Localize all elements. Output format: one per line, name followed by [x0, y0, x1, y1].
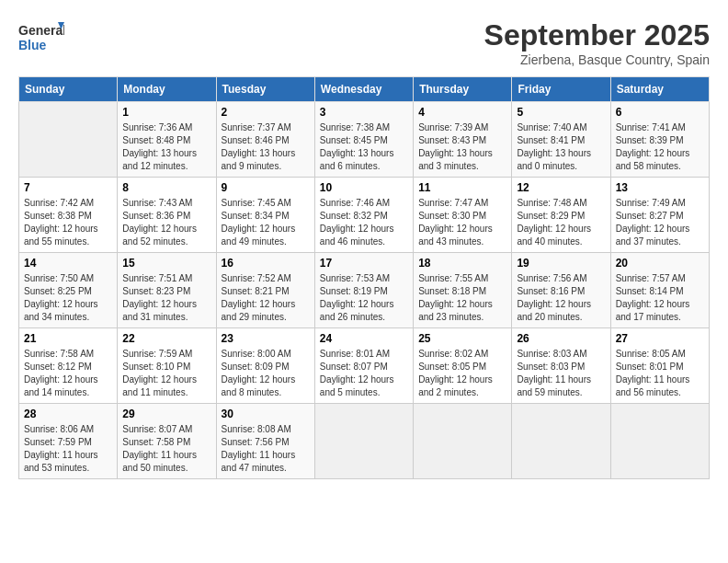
day-number: 23: [222, 332, 310, 345]
cell-info: Sunrise: 7:51 AM Sunset: 8:23 PM Dayligh…: [122, 272, 210, 324]
day-cell: 20 Sunrise: 7:57 AM Sunset: 8:14 PM Dayl…: [610, 253, 709, 328]
cell-info: Sunrise: 7:40 AM Sunset: 8:41 PM Dayligh…: [517, 121, 605, 173]
svg-text:Blue: Blue: [18, 38, 47, 52]
day-cell: 3 Sunrise: 7:38 AM Sunset: 8:45 PM Dayli…: [314, 102, 413, 178]
day-cell: 10 Sunrise: 7:46 AM Sunset: 8:32 PM Dayl…: [314, 178, 413, 253]
logo-svg: General Blue: [18, 18, 64, 60]
day-cell: 15 Sunrise: 7:51 AM Sunset: 8:23 PM Dayl…: [118, 253, 216, 328]
cell-info: Sunrise: 7:37 AM Sunset: 8:46 PM Dayligh…: [222, 121, 310, 173]
day-number: 4: [418, 106, 506, 119]
day-cell: 30 Sunrise: 8:08 AM Sunset: 7:56 PM Dayl…: [216, 404, 314, 479]
day-cell: [610, 404, 709, 479]
cell-info: Sunrise: 8:05 AM Sunset: 8:01 PM Dayligh…: [616, 348, 704, 399]
location: Zierbena, Basque Country, Spain: [484, 52, 710, 67]
day-cell: 17 Sunrise: 7:53 AM Sunset: 8:19 PM Dayl…: [314, 253, 413, 328]
cell-info: Sunrise: 7:46 AM Sunset: 8:32 PM Dayligh…: [320, 197, 408, 248]
weekday-header-tuesday: Tuesday: [216, 77, 314, 102]
page-header: General Blue September 2025 Zierbena, Ba…: [18, 18, 710, 67]
day-cell: 8 Sunrise: 7:43 AM Sunset: 8:36 PM Dayli…: [118, 178, 216, 253]
day-cell: 26 Sunrise: 8:03 AM Sunset: 8:03 PM Dayl…: [512, 328, 610, 404]
day-cell: 23 Sunrise: 8:00 AM Sunset: 8:09 PM Dayl…: [216, 328, 314, 404]
day-number: 29: [122, 408, 210, 420]
day-cell: 6 Sunrise: 7:41 AM Sunset: 8:39 PM Dayli…: [610, 102, 709, 178]
day-number: 3: [320, 106, 408, 119]
cell-info: Sunrise: 7:52 AM Sunset: 8:21 PM Dayligh…: [222, 272, 310, 324]
day-cell: [512, 404, 610, 479]
weekday-header-monday: Monday: [118, 77, 216, 102]
cell-info: Sunrise: 7:42 AM Sunset: 8:38 PM Dayligh…: [24, 197, 112, 248]
day-number: 30: [222, 408, 310, 420]
cell-info: Sunrise: 7:53 AM Sunset: 8:19 PM Dayligh…: [320, 272, 408, 324]
day-number: 15: [122, 257, 210, 270]
day-number: 22: [122, 332, 210, 345]
weekday-header-sunday: Sunday: [19, 77, 118, 102]
day-cell: 29 Sunrise: 8:07 AM Sunset: 7:58 PM Dayl…: [118, 404, 216, 479]
day-number: 27: [616, 332, 704, 345]
cell-info: Sunrise: 7:41 AM Sunset: 8:39 PM Dayligh…: [616, 121, 704, 173]
cell-info: Sunrise: 8:03 AM Sunset: 8:03 PM Dayligh…: [517, 348, 605, 399]
cell-info: Sunrise: 8:02 AM Sunset: 8:05 PM Dayligh…: [418, 348, 506, 399]
week-row-1: 1 Sunrise: 7:36 AM Sunset: 8:48 PM Dayli…: [19, 102, 710, 178]
day-cell: 11 Sunrise: 7:47 AM Sunset: 8:30 PM Dayl…: [414, 178, 512, 253]
week-row-4: 21 Sunrise: 7:58 AM Sunset: 8:12 PM Dayl…: [19, 328, 710, 404]
day-number: 8: [122, 181, 210, 194]
svg-text:General: General: [18, 23, 64, 38]
day-number: 12: [517, 181, 605, 194]
day-cell: 22 Sunrise: 7:59 AM Sunset: 8:10 PM Dayl…: [118, 328, 216, 404]
day-number: 18: [418, 257, 506, 270]
day-number: 13: [616, 181, 704, 194]
day-number: 21: [24, 332, 112, 345]
cell-info: Sunrise: 7:59 AM Sunset: 8:10 PM Dayligh…: [122, 348, 210, 399]
week-row-2: 7 Sunrise: 7:42 AM Sunset: 8:38 PM Dayli…: [19, 178, 710, 253]
cell-info: Sunrise: 7:47 AM Sunset: 8:30 PM Dayligh…: [418, 197, 506, 248]
day-number: 7: [24, 181, 112, 194]
weekday-header-wednesday: Wednesday: [314, 77, 413, 102]
calendar-table: SundayMondayTuesdayWednesdayThursdayFrid…: [18, 76, 710, 479]
day-cell: 16 Sunrise: 7:52 AM Sunset: 8:21 PM Dayl…: [216, 253, 314, 328]
day-cell: 18 Sunrise: 7:55 AM Sunset: 8:18 PM Dayl…: [414, 253, 512, 328]
day-cell: 27 Sunrise: 8:05 AM Sunset: 8:01 PM Dayl…: [610, 328, 709, 404]
cell-info: Sunrise: 7:48 AM Sunset: 8:29 PM Dayligh…: [517, 197, 605, 248]
day-cell: 14 Sunrise: 7:50 AM Sunset: 8:25 PM Dayl…: [19, 253, 118, 328]
weekday-header-friday: Friday: [512, 77, 610, 102]
day-number: 5: [517, 106, 605, 119]
cell-info: Sunrise: 7:58 AM Sunset: 8:12 PM Dayligh…: [24, 348, 112, 399]
day-cell: 7 Sunrise: 7:42 AM Sunset: 8:38 PM Dayli…: [19, 178, 118, 253]
week-row-5: 28 Sunrise: 8:06 AM Sunset: 7:59 PM Dayl…: [19, 404, 710, 479]
day-number: 26: [517, 332, 605, 345]
day-cell: 21 Sunrise: 7:58 AM Sunset: 8:12 PM Dayl…: [19, 328, 118, 404]
cell-info: Sunrise: 7:50 AM Sunset: 8:25 PM Dayligh…: [24, 272, 112, 324]
day-cell: 2 Sunrise: 7:37 AM Sunset: 8:46 PM Dayli…: [216, 102, 314, 178]
weekday-header-saturday: Saturday: [610, 77, 709, 102]
day-number: 14: [24, 257, 112, 270]
day-number: 9: [222, 181, 310, 194]
day-number: 24: [320, 332, 408, 345]
cell-info: Sunrise: 8:06 AM Sunset: 7:59 PM Dayligh…: [24, 423, 112, 475]
day-number: 17: [320, 257, 408, 270]
day-cell: [314, 404, 413, 479]
day-cell: [414, 404, 512, 479]
day-cell: 19 Sunrise: 7:56 AM Sunset: 8:16 PM Dayl…: [512, 253, 610, 328]
cell-info: Sunrise: 7:36 AM Sunset: 8:48 PM Dayligh…: [122, 121, 210, 173]
cell-info: Sunrise: 7:43 AM Sunset: 8:36 PM Dayligh…: [122, 197, 210, 248]
day-number: 1: [122, 106, 210, 119]
day-cell: 5 Sunrise: 7:40 AM Sunset: 8:41 PM Dayli…: [512, 102, 610, 178]
cell-info: Sunrise: 7:57 AM Sunset: 8:14 PM Dayligh…: [616, 272, 704, 324]
day-cell: 24 Sunrise: 8:01 AM Sunset: 8:07 PM Dayl…: [314, 328, 413, 404]
cell-info: Sunrise: 7:39 AM Sunset: 8:43 PM Dayligh…: [418, 121, 506, 173]
cell-info: Sunrise: 8:08 AM Sunset: 7:56 PM Dayligh…: [222, 423, 310, 475]
logo: General Blue: [18, 18, 64, 60]
day-cell: [19, 102, 118, 178]
cell-info: Sunrise: 7:45 AM Sunset: 8:34 PM Dayligh…: [222, 197, 310, 248]
day-cell: 12 Sunrise: 7:48 AM Sunset: 8:29 PM Dayl…: [512, 178, 610, 253]
day-number: 6: [616, 106, 704, 119]
title-block: September 2025 Zierbena, Basque Country,…: [484, 18, 710, 67]
cell-info: Sunrise: 7:49 AM Sunset: 8:27 PM Dayligh…: [616, 197, 704, 248]
day-cell: 4 Sunrise: 7:39 AM Sunset: 8:43 PM Dayli…: [414, 102, 512, 178]
day-cell: 9 Sunrise: 7:45 AM Sunset: 8:34 PM Dayli…: [216, 178, 314, 253]
weekday-header-thursday: Thursday: [414, 77, 512, 102]
weekday-header-row: SundayMondayTuesdayWednesdayThursdayFrid…: [19, 77, 710, 102]
day-number: 2: [222, 106, 310, 119]
day-number: 19: [517, 257, 605, 270]
day-number: 25: [418, 332, 506, 345]
